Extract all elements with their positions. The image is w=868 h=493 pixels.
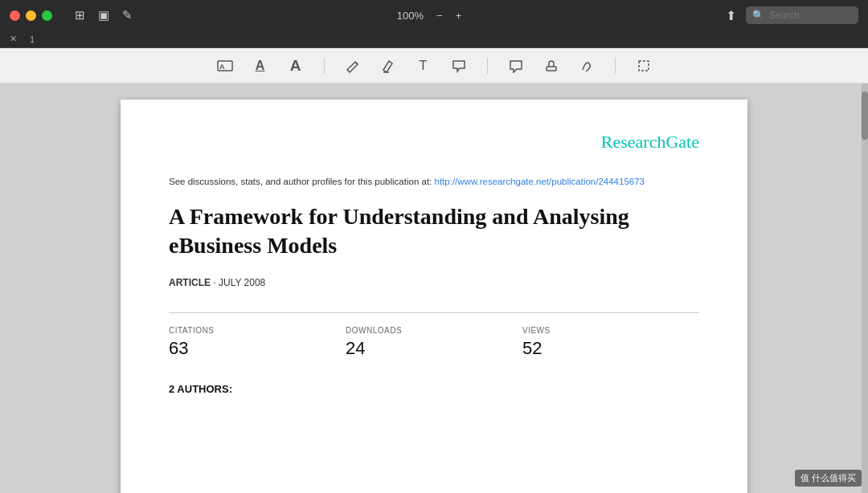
see-discussions: See discussions, stats, and author profi… xyxy=(169,177,699,186)
see-discussions-text: See discussions, stats, and author profi… xyxy=(169,177,432,186)
search-box[interactable]: 🔍 xyxy=(746,6,858,24)
views-label: VIEWS xyxy=(522,326,683,335)
pdf-page: ResearchGate See discussions, stats, and… xyxy=(121,100,747,493)
svg-text:A: A xyxy=(219,63,225,71)
researchgate-logo: ResearchGate xyxy=(169,132,699,153)
downloads-label: DOWNLOADS xyxy=(346,326,506,335)
search-icon: 🔍 xyxy=(752,10,764,21)
scrollbar-thumb[interactable] xyxy=(862,92,868,140)
stats-divider xyxy=(169,312,699,313)
publication-url[interactable]: http://www.researchgate.net/publication/… xyxy=(435,177,645,186)
article-date: · JULY 2008 xyxy=(213,277,265,288)
text-large-icon[interactable]: A xyxy=(285,55,306,76)
selection-box-icon[interactable] xyxy=(633,55,654,76)
article-type: ARTICLE xyxy=(169,277,211,288)
separator-3 xyxy=(615,58,616,74)
svg-rect-3 xyxy=(547,67,556,71)
window-icons: ⊞ ▣ ✎ xyxy=(75,8,133,22)
text-insert-icon[interactable]: T xyxy=(413,55,434,76)
separator-1 xyxy=(324,58,325,74)
title-bar-right: ⬆ 🔍 xyxy=(726,6,858,24)
scrollbar-track[interactable] xyxy=(862,84,868,493)
separator-2 xyxy=(487,58,488,74)
citations-value: 63 xyxy=(169,338,330,359)
close-doc-icon[interactable]: ✕ xyxy=(10,34,17,44)
svg-rect-4 xyxy=(639,61,649,71)
maximize-button[interactable] xyxy=(42,10,52,21)
stat-citations: CITATIONS 63 xyxy=(169,326,346,359)
traffic-lights xyxy=(10,10,52,21)
grid-icon[interactable]: ⊞ xyxy=(75,8,85,22)
zoom-plus-button[interactable]: + xyxy=(456,10,462,22)
sidebar-icon[interactable]: ▣ xyxy=(98,8,109,22)
text-redact-icon[interactable]: A xyxy=(215,55,235,76)
shape-callout-icon[interactable] xyxy=(448,55,469,76)
authors-heading: 2 AUTHORS: xyxy=(169,383,699,395)
stat-views: VIEWS 52 xyxy=(522,326,699,359)
downloads-value: 24 xyxy=(346,338,506,359)
breadcrumb-bar: ✕ 1 xyxy=(0,31,868,48)
pencil-draw-icon[interactable] xyxy=(342,55,363,76)
paper-title: A Framework for Understanding and Analys… xyxy=(169,202,699,261)
close-button[interactable] xyxy=(10,10,20,21)
page-container: ResearchGate See discussions, stats, and… xyxy=(0,84,868,493)
share-icon[interactable]: ⬆ xyxy=(726,8,736,23)
article-meta: ARTICLE · JULY 2008 xyxy=(169,277,699,288)
stat-downloads: DOWNLOADS 24 xyxy=(346,326,522,359)
highlighter-draw-icon[interactable] xyxy=(378,55,399,76)
stamp-icon[interactable] xyxy=(541,55,562,76)
watermark: 值 什么值得买 xyxy=(795,470,862,487)
signature-pen-icon[interactable] xyxy=(576,55,597,76)
zoom-minus-button[interactable]: − xyxy=(436,10,443,22)
search-input[interactable] xyxy=(769,10,852,21)
minimize-button[interactable] xyxy=(26,10,36,21)
page-number-label: 1 xyxy=(30,35,35,44)
views-value: 52 xyxy=(522,338,683,359)
comment-bubble-icon[interactable] xyxy=(506,55,526,76)
pencil-title-icon[interactable]: ✎ xyxy=(122,8,133,22)
main-area: ResearchGate See discussions, stats, and… xyxy=(0,84,868,493)
annotation-toolbar: A A A T xyxy=(0,48,868,84)
title-bar-center: 100% − + xyxy=(133,10,726,22)
citations-label: CITATIONS xyxy=(169,326,330,335)
title-bar: ⊞ ▣ ✎ 100% − + ⬆ 🔍 xyxy=(0,0,868,31)
zoom-level[interactable]: 100% xyxy=(397,10,424,22)
stats-row: CITATIONS 63 DOWNLOADS 24 VIEWS 52 xyxy=(169,326,699,359)
text-underline-icon[interactable]: A xyxy=(250,55,271,76)
